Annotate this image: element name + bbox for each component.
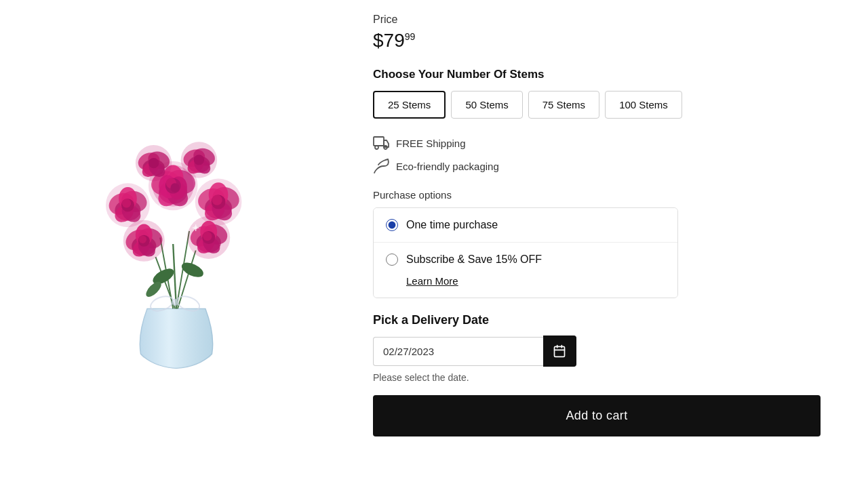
features-list: FREE Shipping Eco-friendly packaging xyxy=(373,135,841,174)
stems-section-title: Choose Your Number Of Stems xyxy=(373,68,841,81)
svg-point-39 xyxy=(212,195,222,205)
product-image-container xyxy=(41,95,312,393)
svg-point-82 xyxy=(375,146,378,149)
one-time-radio[interactable] xyxy=(386,219,398,231)
stem-option-75[interactable]: 75 Stems xyxy=(528,91,599,119)
one-time-option-row: One time purchase xyxy=(374,208,677,242)
delivery-section-title: Pick a Delivery Date xyxy=(373,313,841,327)
stem-option-100[interactable]: 100 Stems xyxy=(605,91,682,119)
date-hint: Please select the date. xyxy=(373,372,841,383)
one-time-label: One time purchase xyxy=(406,219,498,231)
truck-icon xyxy=(373,135,389,151)
svg-point-57 xyxy=(203,232,212,241)
svg-point-30 xyxy=(122,199,131,207)
price-decimal: 99 xyxy=(405,31,416,42)
purchase-options-box: One time purchase Subscribe & Save 15% O… xyxy=(373,207,678,298)
add-to-cart-button[interactable]: Add to cart xyxy=(373,395,821,436)
stem-option-25[interactable]: 25 Stems xyxy=(373,91,446,119)
purchase-options-label: Purchase options xyxy=(373,189,841,201)
page-layout: Price $7999 Choose Your Number Of Stems … xyxy=(0,0,868,488)
subscribe-option-inner: Subscribe & Save 15% OFF xyxy=(386,253,542,266)
svg-point-71 xyxy=(194,155,204,165)
price-label: Price xyxy=(373,14,841,26)
price-integer: $79 xyxy=(373,30,405,51)
packaging-text: Eco-friendly packaging xyxy=(396,161,499,172)
svg-point-21 xyxy=(170,183,179,192)
calendar-button[interactable] xyxy=(543,336,576,367)
product-details-section: Price $7999 Choose Your Number Of Stems … xyxy=(353,0,868,488)
product-image xyxy=(47,102,305,386)
shipping-text: FREE Shipping xyxy=(396,138,466,149)
svg-rect-84 xyxy=(555,346,565,357)
date-input[interactable] xyxy=(373,337,543,366)
feature-shipping: FREE Shipping xyxy=(373,135,841,151)
calendar-icon xyxy=(553,344,566,358)
subscribe-radio[interactable] xyxy=(386,253,398,266)
leaf-icon xyxy=(373,158,389,174)
price-value: $7999 xyxy=(373,30,841,52)
svg-point-48 xyxy=(139,236,146,243)
svg-rect-81 xyxy=(374,137,384,146)
svg-point-74 xyxy=(172,299,178,306)
subscribe-label: Subscribe & Save 15% OFF xyxy=(406,253,542,266)
delivery-date-row xyxy=(373,336,576,367)
stems-options: 25 Stems 50 Stems 75 Stems 100 Stems xyxy=(373,91,841,119)
svg-point-64 xyxy=(149,158,159,168)
feature-packaging: Eco-friendly packaging xyxy=(373,158,841,174)
subscribe-option-row: Subscribe & Save 15% OFF Learn More xyxy=(374,242,677,298)
learn-more-button[interactable]: Learn More xyxy=(406,275,458,287)
svg-line-4 xyxy=(178,251,196,309)
product-image-section xyxy=(0,0,353,488)
stem-option-50[interactable]: 50 Stems xyxy=(451,91,522,119)
